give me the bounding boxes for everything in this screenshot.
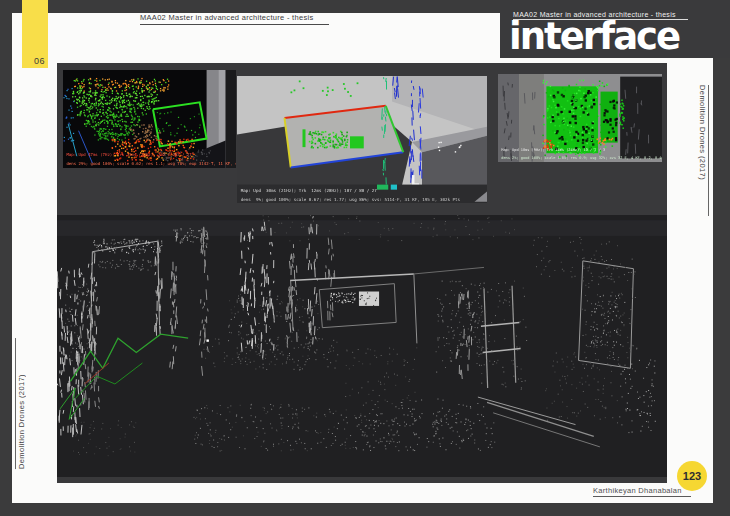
slam-screenshot-3-image bbox=[498, 74, 662, 162]
content-panel bbox=[57, 63, 667, 483]
yellow-accent-bar: 06 bbox=[22, 0, 48, 68]
page-number-left: 06 bbox=[34, 56, 45, 66]
side-label-right: Demolition Drones (2017) bbox=[698, 85, 709, 216]
pointcloud-room-image bbox=[57, 215, 667, 477]
course-header-left: MAA02 Master in advanced architecture - … bbox=[140, 13, 329, 25]
page-title: interface bbox=[509, 18, 730, 55]
title-block: MAA02 Master in advanced architecture - … bbox=[500, 0, 730, 58]
author-name: Karthikeyan Dhanabalan bbox=[593, 486, 691, 497]
slam-screenshot-1-image bbox=[63, 70, 236, 168]
slam-screenshot-2-image bbox=[237, 76, 487, 203]
side-label-left: Demolition Drones (2017) bbox=[15, 338, 26, 469]
portfolio-slide: MAA02 Master in advanced architecture - … bbox=[0, 0, 730, 516]
page-number-badge: 123 bbox=[677, 461, 707, 491]
